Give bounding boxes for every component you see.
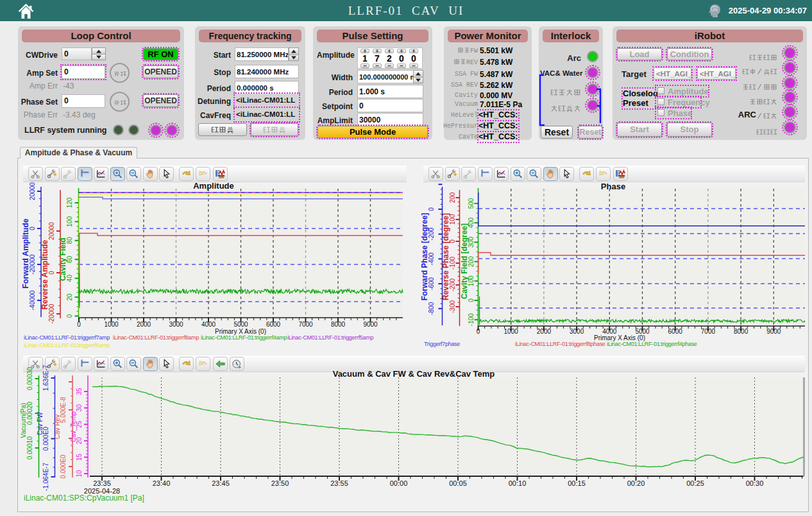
svg-text:Cav FW: Cav FW: [37, 411, 44, 435]
svg-text:10: 10: [76, 470, 83, 477]
svg-text:120: 120: [66, 197, 73, 208]
svg-text:2000: 2000: [137, 321, 151, 328]
svg-text:23:45: 23:45: [212, 479, 230, 487]
svg-text:9000: 9000: [766, 328, 781, 335]
svg-text:iLinac-CM01:LLRF-01:triggerrf5: iLinac-CM01:LLRF-01:triggerrf5amp: [287, 334, 373, 341]
svg-text:30: 30: [76, 404, 83, 412]
svg-text:0: 0: [428, 207, 435, 211]
svg-text:6000: 6000: [668, 328, 683, 335]
svg-text:00:25: 00:25: [686, 479, 704, 487]
svg-text:0.00030: 0.00030: [26, 366, 33, 390]
svg-text:iLinac-CM01:LLRF-01:triggerrf8: iLinac-CM01:LLRF-01:triggerrf8amp: [113, 334, 199, 341]
svg-text:-300: -300: [449, 300, 456, 313]
svg-text:0.00010: 0.00010: [26, 436, 33, 460]
svg-text:iLinac-CM01:SPS:CpVacuum1 [Pa]: iLinac-CM01:SPS:CpVacuum1 [Pa]: [24, 494, 144, 503]
svg-text:-40000: -40000: [29, 290, 36, 311]
svg-text:1000: 1000: [104, 321, 119, 328]
svg-text:Forward Amplitude: Forward Amplitude: [21, 218, 30, 288]
svg-text:iLinac-CM01:LLRF-01:triggerrf4: iLinac-CM01:LLRF-01:triggerrf4phase: [607, 341, 697, 347]
svg-text:5000: 5000: [233, 321, 248, 328]
svg-text:0: 0: [477, 328, 480, 335]
svg-text:8000: 8000: [331, 321, 346, 328]
svg-text:-100: -100: [468, 313, 475, 326]
svg-text:Vacuum & Cav FW & Cav Rev&Cav: Vacuum & Cav FW & Cav Rev&Cav Temp: [333, 369, 495, 379]
svg-text:0: 0: [77, 321, 81, 328]
svg-text:Cavity Field [degree]: Cavity Field [degree]: [460, 223, 469, 299]
svg-text:9000: 9000: [363, 321, 378, 328]
svg-text:23:50: 23:50: [271, 479, 289, 487]
svg-text:35: 35: [76, 388, 83, 395]
svg-text:-600: -600: [428, 277, 435, 290]
svg-text:20: 20: [66, 293, 73, 301]
svg-text:Forward Phase [degree]: Forward Phase [degree]: [420, 213, 429, 301]
svg-text:-1.064E-7: -1.064E-7: [42, 463, 49, 491]
svg-text:Reverse Amplitude: Reverse Amplitude: [40, 240, 49, 310]
svg-text:00:20: 00:20: [627, 479, 645, 487]
svg-text:00:05: 00:05: [449, 479, 467, 487]
svg-text:7000: 7000: [701, 328, 716, 335]
svg-text:1000: 1000: [504, 328, 519, 335]
svg-text:2000: 2000: [537, 328, 552, 335]
svg-text:Vacuum(Pa): Vacuum(Pa): [20, 403, 27, 438]
svg-text:3000: 3000: [570, 328, 584, 335]
svg-text:00:30: 00:30: [746, 479, 764, 487]
svg-text:0: 0: [66, 314, 73, 318]
svg-text:23:40: 23:40: [153, 479, 171, 487]
svg-text:Cav_Temp: Cav_Temp: [70, 411, 77, 442]
svg-text:00:00: 00:00: [390, 479, 408, 487]
svg-text:7000: 7000: [298, 321, 313, 328]
svg-text:100: 100: [66, 216, 73, 227]
svg-text:200: 200: [449, 192, 456, 203]
svg-text:20000: 20000: [48, 222, 55, 240]
svg-text:0.000E0: 0.000E0: [60, 454, 67, 479]
svg-text:Cav Rev: Cav Rev: [54, 415, 61, 439]
svg-text:-400: -400: [428, 252, 435, 265]
svg-text:iLinac-CM01:LLRF-01:triggerrf6: iLinac-CM01:LLRF-01:triggerrf6amp: [24, 342, 110, 348]
svg-text:6000: 6000: [266, 321, 281, 328]
svg-text:Cavity Field: Cavity Field: [58, 237, 67, 280]
svg-text:500: 500: [468, 198, 475, 209]
svg-text:Amplitude: Amplitude: [193, 181, 234, 191]
svg-text:3000: 3000: [169, 321, 183, 328]
svg-text:20000: 20000: [29, 182, 36, 200]
svg-text:4000: 4000: [201, 321, 216, 328]
svg-text:-800: -800: [428, 302, 435, 314]
svg-text:0.00020: 0.00020: [26, 401, 33, 425]
svg-text:iLinac-CM01:LLRF-01:triggerrf4: iLinac-CM01:LLRF-01:triggerrf4amp: [201, 334, 287, 341]
svg-text:8000: 8000: [734, 328, 749, 335]
svg-text:1.636E-7: 1.636E-7: [42, 365, 49, 391]
svg-text:iLinac-CM01:LLRF-01:triggerrf8: iLinac-CM01:LLRF-01:triggerrf8phase: [515, 341, 605, 347]
svg-text:Reverse Phase [degree]: Reverse Phase [degree]: [441, 213, 450, 300]
svg-text:23:35: 23:35: [93, 479, 111, 487]
svg-text:Phase: Phase: [601, 182, 625, 191]
svg-text:00:10: 00:10: [509, 479, 527, 487]
svg-text:-200: -200: [428, 227, 435, 240]
svg-text:Triggerf7phase: Triggerf7phase: [424, 341, 460, 347]
svg-text:iLinac-CM01:LLRF-01:triggerrf7: iLinac-CM01:LLRF-01:triggerrf7amp: [24, 334, 110, 341]
svg-text:00:15: 00:15: [568, 479, 586, 487]
svg-text:15: 15: [76, 453, 83, 461]
svg-text:23:55: 23:55: [330, 479, 348, 487]
